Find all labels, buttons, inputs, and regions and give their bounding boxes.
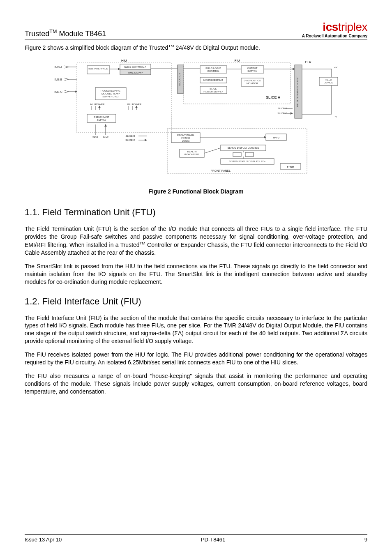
diagram-svg: .box { fill:#fff; stroke:#555; stroke-wi… (48, 57, 344, 180)
svg-text:HIU: HIU (121, 59, 127, 62)
svg-text:CONTROL: CONTROL (207, 70, 219, 72)
svg-rect-67 (245, 152, 254, 157)
svg-text:LOGIC: LOGIC (182, 140, 190, 142)
svg-text:HOUSEKEEPING: HOUSEKEEPING (203, 79, 223, 81)
svg-text:SERIAL DISPLAY LATCHES: SERIAL DISPLAY LATCHES (228, 147, 259, 149)
svg-text:FIU: FIU (235, 59, 240, 62)
svg-text:MODULE TEMP: MODULE TEMP (101, 92, 120, 95)
product-name: TrustedTM Module T8461 (25, 29, 106, 38)
svg-text:DEVICE: DEVICE (324, 81, 333, 84)
section-1-1-title: 1.1. Field Termination Unit (FTU) (25, 207, 367, 218)
section-1-2-p1: The Field Interface Unit (FIU) is the se… (25, 314, 367, 345)
svg-text:IMB B: IMB B (54, 78, 62, 81)
svg-text:IMB A: IMB A (55, 66, 62, 69)
svg-text:HEALTH: HEALTH (187, 150, 196, 153)
svg-text:INDICATORS: INDICATORS (184, 153, 199, 156)
svg-text:SLICE CONTROL A: SLICE CONTROL A (124, 66, 146, 68)
svg-text:FTU: FTU (305, 60, 311, 64)
svg-text:FIU POWER: FIU POWER (127, 103, 142, 106)
section-1-2-p3: The FIU also measures a range of on-boar… (25, 372, 367, 396)
svg-text:ISOLATION: ISOLATION (178, 73, 181, 86)
svg-text:SLICE B: SLICE B (125, 135, 135, 137)
section-1-2-title: 1.2. Field Interface Unit (FIU) (25, 296, 367, 307)
svg-text:POWER SUPPLY: POWER SUPPLY (203, 90, 223, 93)
svg-text:IMB C: IMB C (54, 90, 62, 93)
footer-doc: PD-T8461 (201, 537, 225, 543)
svg-text:-V: -V (334, 115, 337, 118)
footer-issue: Issue 13 Apr 10 (25, 537, 62, 543)
svg-text:FRONT PANEL: FRONT PANEL (211, 169, 231, 172)
svg-text:+V: +V (334, 66, 337, 69)
svg-text:SUPPLY DIAG: SUPPLY DIAG (102, 95, 119, 98)
svg-text:FPDU: FPDU (287, 166, 294, 168)
logo: icstriplex (302, 21, 367, 34)
section-1-1-p2: The SmartSlot link is passed from the HI… (25, 263, 367, 286)
svg-text:SLICE A: SLICE A (266, 95, 281, 99)
svg-text:MONITOR: MONITOR (247, 82, 258, 85)
svg-text:VOTED STATUS DISPLAY LEDs: VOTED STATUS DISPLAY LEDs (229, 160, 265, 163)
svg-text:OUTPUT: OUTPUT (247, 67, 258, 69)
svg-text:VOTING: VOTING (181, 137, 190, 139)
svg-text:SLICE: SLICE (210, 88, 217, 90)
svg-text:FIELD LOGIC: FIELD LOGIC (205, 67, 221, 69)
svg-text:FRONT PANEL: FRONT PANEL (177, 134, 194, 136)
svg-text:HIU POWER: HIU POWER (90, 103, 105, 106)
svg-text:DIAGNOSTICS: DIAGNOSTICS (244, 79, 261, 82)
svg-rect-66 (233, 152, 241, 157)
page-footer: Issue 13 Apr 10 PD-T8461 9 (25, 534, 367, 543)
svg-text:BUS INTERFACE: BUS INTERFACE (88, 67, 108, 70)
svg-text:FPTU: FPTU (273, 136, 279, 139)
svg-text:HOUSEKEEPING: HOUSEKEEPING (101, 90, 120, 92)
section-1-1-p1: The Field Termination Unit (FTU) is the … (25, 225, 367, 257)
tagline: A Rockwell Automation Company (302, 34, 367, 38)
svg-text:REDUNDANT: REDUNDANT (94, 116, 109, 118)
svg-text:SWITCH: SWITCH (247, 70, 257, 72)
svg-text:SLICE C: SLICE C (125, 139, 135, 141)
svg-rect-8 (87, 66, 110, 74)
page-header: TrustedTM Module T8461 icstriplex A Rock… (25, 21, 367, 39)
footer-page: 9 (364, 537, 367, 543)
figure-caption: Figure 2 Functional Block Diagram (25, 188, 367, 195)
logo-ics: ics (323, 21, 338, 33)
logo-triplex: triplex (338, 21, 367, 33)
svg-rect-20 (87, 114, 116, 122)
intro-text: Figure 2 shows a simplified block diagra… (25, 44, 367, 51)
section-1-2-p2: The FIU receives isolated power from the… (25, 351, 367, 366)
svg-text:SUPPLY: SUPPLY (97, 119, 106, 121)
brand-block: icstriplex A Rockwell Automation Company (302, 21, 367, 38)
svg-text:24V2: 24V2 (103, 136, 109, 138)
svg-text:FIELD: FIELD (325, 78, 332, 81)
svg-text:TIME STAMP: TIME STAMP (128, 71, 143, 74)
svg-text:FIELD TERMINATION UNIT: FIELD TERMINATION UNIT (296, 76, 299, 107)
svg-text:24V1: 24V1 (92, 136, 99, 138)
block-diagram: .box { fill:#fff; stroke:#555; stroke-wi… (25, 57, 367, 180)
